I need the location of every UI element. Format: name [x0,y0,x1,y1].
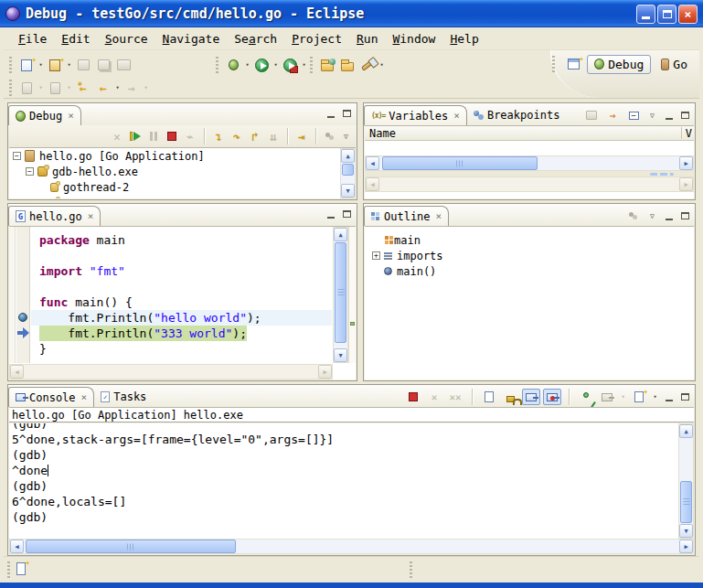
run-dropdown[interactable]: ▾ [272,61,280,69]
editor-left-ruler[interactable] [9,227,16,363]
tab-close-icon[interactable]: × [453,110,460,122]
code-line[interactable]: import "fmt" [39,263,332,279]
new-button[interactable]: ✦ [16,55,37,75]
view-maximize-button[interactable] [678,390,692,403]
code-line[interactable]: fmt.Println("333 world"); [39,326,332,341]
menu-navigate[interactable]: Navigate [155,30,228,48]
print-button[interactable] [113,55,133,75]
view-maximize-button[interactable] [340,107,354,120]
scroll-right-button[interactable]: ▶ [679,177,693,191]
scroll-left-button[interactable]: ◀ [366,177,379,191]
editor-horizontal-scrollbar[interactable]: ◀ ▶ [9,364,333,380]
outline-tree-item[interactable]: main() [365,263,694,279]
terminate-button[interactable] [163,127,181,145]
open-console-button[interactable]: ✦ [630,389,648,405]
disconnect-button[interactable]: ⌁ [181,127,199,145]
scroll-thumb[interactable] [26,540,236,553]
code-line[interactable] [39,248,332,263]
view-menu-button[interactable]: ▽ [645,209,659,222]
outline-tree-item[interactable]: +imports [365,248,694,263]
outline-tree-area[interactable]: main+importsmain() [365,226,694,380]
menu-file[interactable]: File [11,30,54,48]
debug-tree-area[interactable]: −hello.go [Go Application]−gdb-hello.exe… [9,147,356,198]
fast-view-icon[interactable] [16,562,26,575]
tree-expander-icon[interactable]: − [13,152,21,160]
tab-debug[interactable]: Debug × [8,105,81,125]
open-file-button[interactable] [337,55,357,75]
view-minimize-button[interactable] [662,109,676,122]
pin-console-button[interactable] [577,389,595,405]
scroll-lock-button[interactable] [501,389,519,405]
remove-all-terminated-button[interactable]: ✕ [108,127,126,145]
tab-breakpoints[interactable]: Breakpoints [467,105,566,125]
view-minimize-button[interactable] [662,209,676,222]
debug-vertical-scrollbar[interactable]: ▲ ▼ [340,148,356,198]
debug-extra-button[interactable] [321,127,339,145]
new-project-dropdown[interactable]: ▾ [65,61,73,69]
debug-tree-item[interactable]: −gdb-hello.exe [9,164,339,179]
view-maximize-button[interactable] [678,109,692,122]
detail-pane[interactable] [365,192,694,198]
external-tools-button[interactable] [280,55,300,75]
code-line[interactable]: package main [39,232,332,248]
step-over-button[interactable]: ↷ [228,127,246,145]
open-console-dropdown[interactable]: ▾ [651,393,659,401]
remove-launch-button[interactable]: ✕ [425,389,443,405]
menu-run[interactable]: Run [349,30,385,48]
variables-column-header[interactable]: Name V [365,125,694,141]
use-step-filters-button[interactable]: ⇥ [293,127,311,145]
breakpoint-icon[interactable] [18,313,27,322]
save-button[interactable] [73,55,93,75]
drop-to-frame-button[interactable]: ⇊ [264,127,282,145]
view-minimize-button[interactable] [324,107,337,120]
menu-edit[interactable]: Edit [54,30,97,48]
forward-button[interactable]: → [122,78,142,98]
tab-close-icon[interactable]: × [88,210,94,222]
scroll-thumb[interactable] [342,164,354,176]
code-line[interactable]: fmt.Println("hello world"); [31,310,332,326]
pointer-gutter-slot[interactable] [16,326,29,341]
window-maximize-button[interactable] [657,5,676,24]
show-logical-structure-button[interactable]: ⇒ [603,107,622,123]
last-edit-location-button[interactable]: ←✱ [73,78,93,98]
editor-overview-ruler[interactable] [348,227,356,363]
titlebar[interactable]: Debug - testGo/src/cmd/hello.go - Eclips… [0,0,703,27]
save-all-button[interactable] [93,55,113,75]
tree-expander-icon[interactable]: − [26,167,34,176]
menu-source[interactable]: Source [98,30,155,48]
outline-extra-button[interactable] [624,208,643,224]
outline-tree-item[interactable]: main [365,232,694,248]
menu-search[interactable]: Search [227,30,284,48]
step-return-button[interactable]: ↱ [246,127,264,145]
console-output-area[interactable]: (gdb)5^done,stack-args=[frame={level="0"… [9,423,678,539]
forward-dropdown[interactable]: ▾ [142,84,150,91]
tab-close-icon[interactable]: × [68,110,74,122]
search-button[interactable] [357,55,378,75]
window-close-button[interactable]: × [678,5,698,24]
scroll-up-button[interactable]: ▲ [334,228,347,241]
code-line[interactable]: } [39,341,332,357]
perspective-debug-button[interactable]: Debug [587,55,651,74]
step-into-button[interactable]: ↴ [209,127,228,145]
scroll-left-button[interactable]: ◀ [366,156,379,170]
scroll-right-button[interactable]: ▶ [679,540,693,553]
back-button[interactable]: ← [93,78,113,98]
tab-outline[interactable]: Outline × [364,206,449,226]
debug-dropdown[interactable]: ▾ [243,61,251,69]
show-stderr-button[interactable] [543,389,561,405]
clear-console-button[interactable] [480,389,498,405]
scroll-down-button[interactable]: ▼ [334,348,347,362]
view-minimize-button[interactable] [324,208,337,220]
editor-annotation-ruler[interactable] [16,227,30,363]
scroll-right-button[interactable]: ▶ [679,156,693,170]
detail-horizontal-scrollbar[interactable]: ◀ ▶ [365,176,694,192]
collapse-all-button[interactable]: − [624,107,643,123]
code-line[interactable] [39,279,332,294]
debug-button[interactable] [223,55,243,75]
variables-horizontal-scrollbar[interactable]: ◀ ▶ [365,155,694,171]
show-type-names-button[interactable] [582,107,601,123]
tree-expander-icon[interactable]: + [372,251,380,260]
console-horizontal-scrollbar[interactable]: ◀ ▶ [9,539,694,554]
open-perspective-button[interactable]: ✦ [563,54,583,74]
variables-tree-area[interactable] [365,141,694,155]
